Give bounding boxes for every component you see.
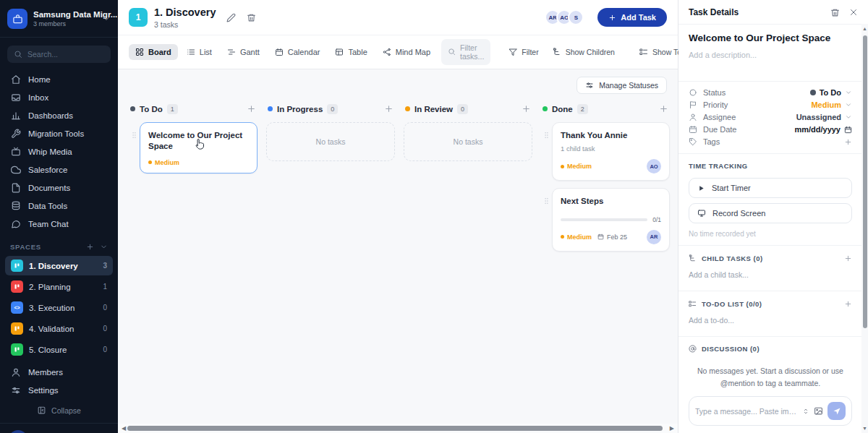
show-children-button[interactable]: Show Children [547, 45, 621, 59]
edit-icon[interactable] [226, 13, 236, 22]
add-task-button[interactable]: Add Task [597, 8, 667, 27]
scroll-up-arrow[interactable]: ▲ [861, 26, 868, 31]
space-validation-icon [11, 322, 23, 335]
record-screen-button[interactable]: Record Screen [689, 203, 852, 223]
date-picker-icon[interactable] [844, 126, 852, 134]
trash-icon[interactable] [247, 13, 256, 22]
resize-handle-icon[interactable] [802, 408, 809, 415]
close-icon[interactable] [849, 8, 858, 17]
scroll-right-arrow[interactable]: ▶ [668, 426, 676, 432]
tab-table[interactable]: Table [328, 44, 373, 60]
description-input[interactable] [689, 51, 852, 76]
message-composer[interactable]: Type a message... Paste images or use @ … [689, 396, 852, 426]
workspace-members: 3 members [33, 20, 96, 27]
tab-gantt[interactable]: Gantt [221, 44, 266, 60]
add-todo-icon[interactable] [844, 300, 852, 308]
sidebar-item-dashboards[interactable]: Dashboards [5, 106, 113, 124]
chevron-down-icon [845, 101, 852, 108]
page-title: 1. Discovery [154, 7, 216, 19]
status-dropdown[interactable]: To Do [810, 88, 852, 97]
sidebar-item-home[interactable]: Home [5, 70, 113, 88]
field-due-date: Due Date mm/dd/yyyy [689, 124, 852, 136]
task-card-next-steps[interactable]: Next Steps 0/1 Medium Feb 25 AR [552, 188, 670, 252]
delete-task-icon[interactable] [830, 8, 840, 17]
status-dot [542, 106, 548, 111]
start-timer-button[interactable]: Start Timer [689, 178, 852, 198]
sidebar-item-whip-media[interactable]: Whip Media [5, 142, 113, 160]
status-dot [405, 106, 410, 111]
sidebar-space-closure[interactable]: 5. Closure 0 [5, 340, 113, 359]
add-tag-icon[interactable] [844, 138, 852, 146]
sidebar-item-documents[interactable]: Documents [5, 179, 113, 197]
column-count: 0 [327, 104, 338, 114]
sidebar-item-settings[interactable]: Settings [5, 381, 113, 399]
tab-board[interactable]: Board [129, 44, 178, 60]
space-count: 0 [103, 346, 107, 353]
collapse-spaces-icon[interactable] [100, 243, 108, 251]
document-icon [11, 183, 21, 193]
attach-image-icon[interactable] [814, 406, 823, 416]
tab-mind-map[interactable]: Mind Map [376, 44, 437, 60]
sidebar-item-team-chat[interactable]: Team Chat [5, 215, 113, 233]
add-space-icon[interactable] [86, 243, 94, 251]
sidebar-item-migration-tools[interactable]: Migration Tools [5, 124, 113, 142]
space-count: 1 [103, 283, 107, 291]
message-input[interactable]: Type a message... Paste images or use @ … [695, 407, 798, 416]
filter-button[interactable]: Filter [503, 45, 544, 59]
sidebar-item-inbox[interactable]: Inbox [5, 88, 113, 106]
scrollbar-thumb[interactable] [863, 35, 867, 328]
task-card-welcome[interactable]: Welcome to Our Project Space Medium [140, 122, 258, 173]
avatar: AO [647, 159, 661, 173]
column-count: 2 [577, 104, 588, 114]
due-date-input[interactable]: mm/dd/yyyy [794, 125, 852, 134]
user-profile[interactable]: SA Super Admin superadmin [0, 423, 118, 433]
scroll-down-arrow[interactable]: ▼ [861, 426, 868, 431]
user-icon [689, 113, 697, 121]
add-todo-input[interactable] [689, 316, 852, 325]
plus-icon [608, 14, 616, 22]
play-icon [697, 184, 705, 192]
tab-list[interactable]: List [180, 44, 218, 60]
send-message-button[interactable] [827, 402, 846, 420]
horizontal-scrollbar[interactable]: ◀ ▶ [118, 424, 678, 433]
add-card-icon[interactable] [247, 104, 256, 113]
workspace-switcher[interactable]: Samsung Data Migr... 3 members [0, 0, 118, 38]
sidebar-search-input[interactable]: Search... [7, 46, 111, 63]
sidebar-item-data-tools[interactable]: Data Tools [5, 197, 113, 215]
add-child-task-icon[interactable] [844, 254, 852, 262]
space-execution-icon: <> [11, 301, 23, 314]
manage-statuses-button[interactable]: Manage Statuses [576, 77, 667, 94]
add-card-icon[interactable] [522, 104, 531, 113]
drag-handle-icon[interactable] [542, 195, 550, 207]
empty-column-placeholder: No tasks [404, 122, 532, 161]
assignee-dropdown[interactable]: Unassigned [796, 113, 852, 121]
tv-icon [11, 147, 21, 157]
sidebar-item-salesforce[interactable]: Salesforce [5, 160, 113, 179]
task-card-thank-you[interactable]: Thank You Annie 1 child task Medium AO [552, 122, 670, 181]
chevron-down-icon[interactable] [102, 14, 111, 23]
priority-dropdown[interactable]: Medium [811, 100, 852, 109]
vertical-scrollbar[interactable]: ▲ ▼ [861, 24, 868, 433]
sidebar-item-members[interactable]: Members [5, 363, 113, 381]
add-card-icon[interactable] [384, 104, 393, 113]
task-title[interactable]: Welcome to Our Project Space [689, 33, 852, 43]
discussion-section: DISCUSSION (0) [689, 345, 852, 353]
sidebar-space-validation[interactable]: 4. Validation 0 [5, 319, 113, 338]
drag-handle-icon[interactable] [542, 129, 550, 141]
drag-handle-icon[interactable] [130, 129, 138, 141]
todo-list-section: TO-DO LIST (0/0) [689, 300, 852, 308]
main-area: 1 1. Discovery 3 tasks AR AO S Add Task … [118, 0, 678, 433]
column-todo: To Do 1 Welcome to Our Project Space Med… [129, 104, 258, 181]
avatar[interactable]: S [568, 9, 584, 25]
add-card-icon[interactable] [659, 104, 668, 113]
tab-calendar[interactable]: Calendar [268, 44, 327, 60]
collapse-sidebar-button[interactable]: Collapse [0, 399, 118, 423]
sidebar-space-discovery[interactable]: 1. Discovery 3 [5, 256, 113, 275]
sidebar-space-planning[interactable]: 2. Planning 1 [5, 277, 113, 296]
scrollbar-thumb[interactable] [127, 426, 663, 431]
add-child-task-input[interactable] [689, 270, 852, 279]
scroll-left-arrow[interactable]: ◀ [120, 426, 127, 432]
gear-icon [11, 385, 21, 395]
sidebar-space-execution[interactable]: <> 3. Execution 0 [5, 298, 113, 317]
filter-tasks-input[interactable]: Filter tasks... [441, 39, 490, 65]
